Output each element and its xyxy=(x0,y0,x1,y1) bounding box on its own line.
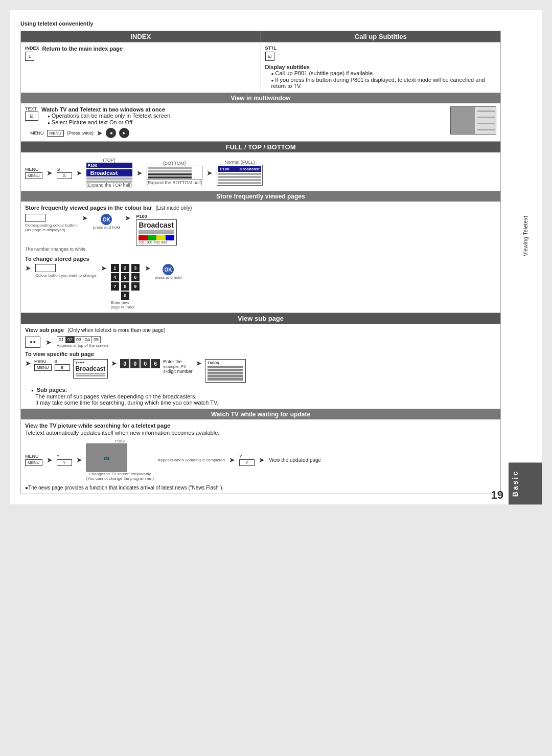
arrow2-wtv: ➤ xyxy=(76,456,82,464)
index-label: INDEX 1 xyxy=(25,46,39,61)
right-btn[interactable]: ► xyxy=(119,128,129,138)
num-2[interactable]: 2 xyxy=(121,264,129,272)
sttl-block: STTL ⊡ xyxy=(265,46,277,61)
sub-pages-section: Sub pages: The number of sub pages varie… xyxy=(25,387,496,406)
num-4[interactable]: 4 xyxy=(111,273,119,281)
ok-hold-block: OK press and hold xyxy=(155,264,181,280)
arrow2-sp: ➤ xyxy=(125,214,131,222)
num-1[interactable]: 1 xyxy=(111,264,119,272)
g-btn: G G xyxy=(57,167,72,179)
view-updated-label: View the updated page xyxy=(269,457,321,463)
multiwindow-title-block: Watch TV and Teletext in two windows at … xyxy=(41,106,172,126)
broadcast-screen-sp: P100 Broadcast xyxy=(136,214,177,246)
colour-bar xyxy=(139,235,174,240)
digit-6[interactable]: 6 xyxy=(151,359,160,368)
arrow-vsp: ➤ xyxy=(45,338,52,346)
colour-change-button[interactable] xyxy=(35,264,56,272)
ok-button-csp[interactable]: OK xyxy=(163,264,174,275)
menu-btn-ssp-block: MENU MENU xyxy=(34,359,52,371)
press-twice-note: (Press twice) xyxy=(67,130,94,136)
sttl-bullet-1: Call up P801 (subtitle page) if availabl… xyxy=(271,70,497,76)
y-btn-wtv[interactable]: Y xyxy=(57,459,72,466)
ok-button-sp[interactable]: OK xyxy=(101,214,112,225)
y-btn-block: Y Y xyxy=(57,454,72,466)
specific-sub-title: To view specific sub page xyxy=(25,351,496,357)
index-col-right: STTL ⊡ Display subtitles Call up P801 (s… xyxy=(261,42,501,93)
nav-button[interactable]: ◄► xyxy=(25,337,40,348)
index-icon: 1 xyxy=(25,52,34,61)
watch-tv-desc: Teletext automatically updates itself wh… xyxy=(25,430,496,436)
index-body-row: INDEX 1 Return to the main index page ST… xyxy=(21,42,500,93)
vsp-nav-row: ◄► ➤ 01 02 03 04 05 Appears at top of th… xyxy=(25,336,496,348)
menu-label-mw: MENU xyxy=(30,130,44,136)
sidebar-top-label: Viewing Teletext xyxy=(522,216,528,256)
full-screen-block: Normal (FULL) P100 Broadcast xyxy=(217,160,263,186)
num-0[interactable]: 0 xyxy=(121,292,129,300)
ok-btn-block: OK press and hold xyxy=(93,214,120,230)
watch-tv-title: View the TV picture while searching for … xyxy=(25,423,496,429)
digit-0-2[interactable]: 0 xyxy=(130,359,140,368)
index-desc-text: Return to the main index page xyxy=(42,46,123,52)
call-subtitles-header: Call up Subtitles xyxy=(261,31,501,42)
arrow3-ssp: ➤ xyxy=(196,359,202,367)
num-7[interactable]: 7 xyxy=(111,282,119,291)
digit-label-block: Enter the example: P6 4-digit number xyxy=(163,359,193,374)
arrow1-ssp: ➤ xyxy=(25,359,31,367)
arrow4-ftb: ➤ xyxy=(206,169,213,177)
num-9[interactable]: 9 xyxy=(131,282,140,291)
menu-btn-ssp[interactable]: MENU xyxy=(34,364,52,371)
full-top-bottom-body: MENU MENU ➤ G G ➤ (TOP) P100 xyxy=(21,152,500,191)
mw-bullet-1: Operations can be made only in Teletext … xyxy=(48,113,172,119)
multiwindow-header: View in multiwindow xyxy=(21,93,500,103)
sidebar-right: Viewing Teletext Basic xyxy=(509,10,542,504)
menu-btn-mw[interactable]: MENU xyxy=(47,130,64,137)
menu-btn-ftb[interactable]: MENU xyxy=(25,172,42,179)
arrow2-ssp: ➤ xyxy=(111,359,117,367)
num-3[interactable]: 3 xyxy=(131,264,140,272)
num-6[interactable]: 6 xyxy=(131,273,140,281)
sttl-content: Display subtitles Call up P801 (subtitle… xyxy=(265,64,497,90)
mw-bullet-2: Select Picture and text On or Off xyxy=(48,119,172,125)
sub-pages-bullet-1: The number of sub pages varies depending… xyxy=(35,393,496,399)
view-sub-page-header: View sub page xyxy=(21,313,500,324)
menu-btn-wtv[interactable]: MENU xyxy=(25,459,42,466)
arrow3-ftb: ➤ xyxy=(136,169,143,177)
sttl-icon: ⊡ xyxy=(265,52,274,61)
num-8[interactable]: 8 xyxy=(121,282,129,291)
number-changes-label: The number changes to white. xyxy=(25,247,496,252)
tv-screen: 📺 xyxy=(86,443,127,472)
vsp-title-row: View sub page (Only when teletext is mor… xyxy=(25,327,496,333)
tstar-screen: T**** Broadcast xyxy=(73,359,108,379)
digit-0-3[interactable]: 0 xyxy=(141,359,150,368)
full-top-bottom-header: FULL / TOP / BOTTOM xyxy=(21,142,500,152)
watch-tv-header: Watch TV while waiting for update xyxy=(21,409,500,419)
arrow2-ftb: ➤ xyxy=(76,169,82,177)
sidebar-basic-label: Basic xyxy=(509,462,542,504)
arrow3-csp: ➤ xyxy=(145,264,151,272)
b-btn-ssp[interactable]: B xyxy=(55,364,70,371)
digit-boxes: 0 0 0 6 xyxy=(120,359,160,368)
multiwindow-image xyxy=(450,106,496,136)
page-number: 19 xyxy=(491,488,503,502)
subpage-bar-block: 01 02 03 04 05 Appears at top of the scr… xyxy=(57,336,108,348)
store-pages-title-row: Store frequently viewed pages in the col… xyxy=(25,205,496,211)
g-button[interactable]: G xyxy=(57,172,72,179)
y-btn2-wtv[interactable]: Y xyxy=(239,459,255,466)
colour-btn[interactable] xyxy=(25,214,45,222)
multiwindow-body: TEXT ⊟ Watch TV and Teletext in two wind… xyxy=(21,103,500,142)
view-sub-page-body: View sub page (Only when teletext is mor… xyxy=(21,324,500,409)
subpage-bar: 01 02 03 04 05 xyxy=(57,336,101,343)
menu-btn-wtv-block: MENU MENU xyxy=(25,454,42,466)
store-pages-header: Store frequently viewed pages xyxy=(21,191,500,202)
colour-change-btn: Colour button you want to change xyxy=(35,264,97,278)
page-title: Using teletext conveniently xyxy=(20,20,501,27)
arrow4-wtv: ➤ xyxy=(259,456,265,464)
change-stored-title: To change stored pages xyxy=(25,256,496,262)
sidebar-viewing-teletext: Viewing Teletext xyxy=(509,10,542,462)
menu-block-ftb: MENU MENU xyxy=(25,167,42,179)
digit-0-1[interactable]: 0 xyxy=(120,359,129,368)
news-flash-note: ●The news page provides a function that … xyxy=(25,485,496,491)
num-5[interactable]: 5 xyxy=(121,273,129,281)
index-header-row: INDEX Call up Subtitles xyxy=(21,31,500,42)
left-btn[interactable]: ◄ xyxy=(106,128,116,138)
